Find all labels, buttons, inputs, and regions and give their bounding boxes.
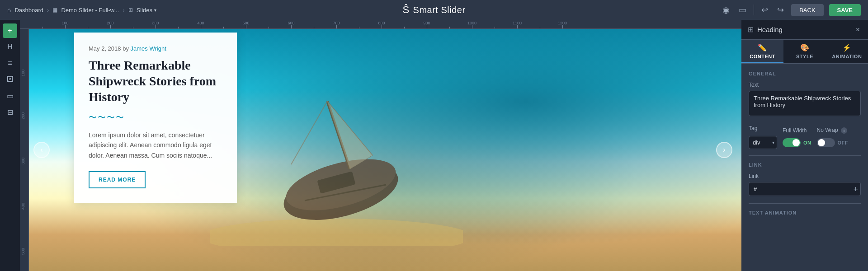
card-title: Three Remarkable Shipwreck Stories from … xyxy=(89,57,222,105)
horizontal-ruler: 100 200 300 400 500 600 700 800 900 1000 xyxy=(20,20,741,29)
ruler-tick-minor-350 xyxy=(178,27,179,28)
tab-style[interactable]: 🎨 STYLE xyxy=(783,40,826,63)
no-wrap-info-icon[interactable]: i xyxy=(841,127,847,134)
full-width-field-group: Full Width ON xyxy=(783,127,811,147)
ruler-tick-300 xyxy=(156,25,156,28)
ruler-tick-minor-250 xyxy=(133,27,133,28)
link-input[interactable] xyxy=(749,182,861,196)
ruler-tick-1200 xyxy=(562,25,563,28)
ruler-tick-500 xyxy=(246,25,246,28)
ruler-tick-minor-850 xyxy=(404,27,405,28)
v-ruler-200: 200 xyxy=(21,112,25,119)
text-field-group: Text Three Remarkable Shipwreck Stories … xyxy=(749,82,861,118)
slides-icon: ⊞ xyxy=(128,7,133,13)
back-button[interactable]: BACK xyxy=(791,4,823,16)
save-button[interactable]: SAVE xyxy=(829,4,861,16)
app-logo: Ŝ Smart Slider xyxy=(402,4,465,16)
left-sidebar: + H ≡ 🖼 ▭ ⊟ xyxy=(0,20,20,271)
breadcrumb-sep-1: › xyxy=(47,7,49,14)
ruler-tick-800 xyxy=(382,25,382,28)
heading-tool-button[interactable]: H xyxy=(3,40,17,54)
breadcrumb-dashboard[interactable]: Dashboard xyxy=(14,7,43,14)
redo-icon[interactable]: ↪ xyxy=(775,3,786,17)
responsive-icon[interactable]: ▭ xyxy=(737,3,748,17)
card-date: May 2, 2018 by xyxy=(89,45,129,52)
ruler-tick-600 xyxy=(291,25,292,28)
text-field-input[interactable]: Three Remarkable Shipwreck Stories from … xyxy=(749,91,861,116)
prev-slide-button[interactable]: ‹ xyxy=(33,142,50,158)
slides-dropdown-icon: ▾ xyxy=(154,8,156,13)
animation-tab-icon: ⚡ xyxy=(842,43,852,52)
home-icon: ⌂ xyxy=(7,6,11,14)
breadcrumb-slides[interactable]: Slides ▾ xyxy=(137,7,156,14)
tag-field-label: Tag xyxy=(749,125,777,131)
link-field-label: Link xyxy=(749,173,861,179)
ruler-tick-minor-1150 xyxy=(540,27,540,28)
ruler-tick-minor-950 xyxy=(449,27,450,28)
tag-fullwidth-row: Tag div h1 h2 h3 p span ▾ xyxy=(749,125,861,149)
ruler-marks: 100 200 300 400 500 600 700 800 900 1000 xyxy=(20,20,741,28)
v-ruler-500: 500 xyxy=(21,248,25,255)
text-animation-section: TEXT ANIMATION xyxy=(749,210,861,215)
no-wrap-field-group: No Wrap i OFF xyxy=(817,127,849,147)
logo-icon: Ŝ xyxy=(402,4,409,16)
ruler-tick-1100 xyxy=(517,25,518,28)
ruler-tick-700 xyxy=(336,25,337,28)
v-ruler-100: 100 xyxy=(21,70,25,76)
tab-animation[interactable]: ⚡ ANIMATION xyxy=(826,40,868,63)
panel-close-button[interactable]: × xyxy=(854,24,862,36)
section-divider-2 xyxy=(749,203,861,204)
link-section-label: LINK xyxy=(749,162,861,168)
nav-actions: ◉ ▭ ↩ ↪ BACK SAVE xyxy=(721,3,861,17)
breadcrumb-slider[interactable]: Demo Slider - Full-w... xyxy=(61,7,119,14)
box-tool-button[interactable]: ▭ xyxy=(3,89,17,103)
card-excerpt: Lorem ipsum dolor sit amet, consectetuer… xyxy=(89,130,222,160)
next-slide-button[interactable]: › xyxy=(716,142,732,158)
panel-header: ⊞ Heading × xyxy=(741,20,868,40)
full-width-toggle[interactable] xyxy=(783,138,801,147)
text-animation-label: TEXT ANIMATION xyxy=(749,210,861,215)
content-tab-label: CONTENT xyxy=(750,54,775,59)
top-nav: ⌂ Dashboard › ▦ Demo Slider - Full-w... … xyxy=(0,0,868,20)
full-width-toggle-thumb xyxy=(793,139,800,146)
slider-icon: ▦ xyxy=(52,7,57,13)
read-more-button[interactable]: READ MORE xyxy=(89,171,146,188)
ruler-tick-minor-150 xyxy=(88,27,88,28)
ruler-tick-minor-650 xyxy=(314,27,314,28)
slide-canvas[interactable]: 100 200 300 400 500 xyxy=(20,29,741,271)
app-title: Smart Slider xyxy=(413,5,466,15)
full-width-toggle-group: ON xyxy=(783,138,811,147)
v-ruler-400: 400 xyxy=(21,203,25,210)
add-element-button[interactable]: + xyxy=(3,23,17,38)
right-panel: ⊞ Heading × ✏️ CONTENT 🎨 STYLE ⚡ ANIMATI… xyxy=(741,20,868,271)
section-divider-1 xyxy=(749,155,861,156)
panel-tabs: ✏️ CONTENT 🎨 STYLE ⚡ ANIMATION xyxy=(741,40,868,64)
ruler-tick-minor-50 xyxy=(42,27,43,28)
ruler-tick-200 xyxy=(110,25,111,28)
tab-content[interactable]: ✏️ CONTENT xyxy=(741,40,783,63)
layout-tool-button[interactable]: ⊟ xyxy=(3,105,17,119)
link-section: LINK Link + xyxy=(749,162,861,196)
preview-icon[interactable]: ◉ xyxy=(721,3,731,17)
animation-tab-label: ANIMATION xyxy=(832,54,862,59)
ruler-tick-minor-1050 xyxy=(495,27,495,28)
v-ruler-300: 300 xyxy=(21,158,25,164)
ruler-tick-minor-450 xyxy=(223,27,224,28)
no-wrap-toggle-label: OFF xyxy=(838,140,849,145)
card-meta: May 2, 2018 by James Wright xyxy=(89,45,222,52)
tag-select-wrapper: div h1 h2 h3 p span ▾ xyxy=(749,136,777,149)
breadcrumb-sep-2: › xyxy=(123,7,124,14)
main-layout: + H ≡ 🖼 ▭ ⊟ 100 200 300 400 500 600 xyxy=(0,20,868,271)
content-card: May 2, 2018 by James Wright Three Remark… xyxy=(74,33,237,203)
slide-boat-image xyxy=(210,65,463,246)
list-tool-button[interactable]: ≡ xyxy=(3,56,17,70)
card-author-link[interactable]: James Wright xyxy=(131,45,166,52)
undo-icon[interactable]: ↩ xyxy=(760,3,770,17)
canvas-area: 100 200 300 400 500 600 700 800 900 1000 xyxy=(20,20,741,271)
image-tool-button[interactable]: 🖼 xyxy=(3,72,17,87)
link-add-icon[interactable]: + xyxy=(853,185,858,193)
tag-select[interactable]: div h1 h2 h3 p span xyxy=(749,136,777,149)
svg-point-0 xyxy=(210,219,463,246)
general-section-label: GENERAL xyxy=(749,71,861,76)
no-wrap-toggle[interactable] xyxy=(817,138,835,147)
